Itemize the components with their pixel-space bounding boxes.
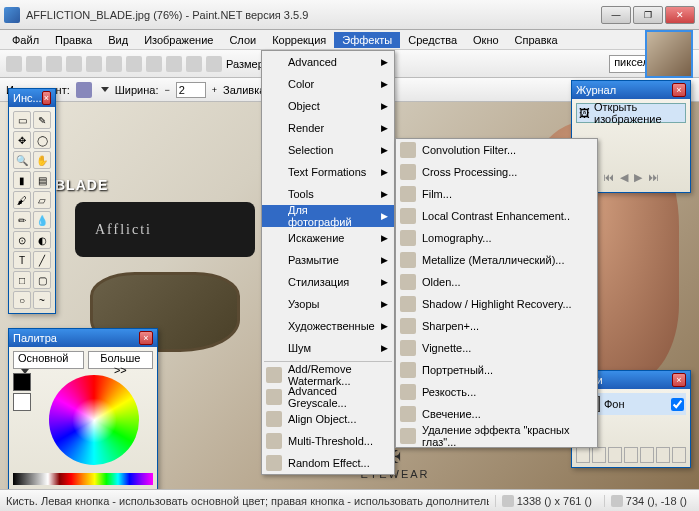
tool-move[interactable]: ✥ bbox=[13, 131, 31, 149]
effects-color[interactable]: Color▶ bbox=[262, 73, 394, 95]
history-close-icon[interactable]: × bbox=[672, 83, 686, 97]
photo-sharpen-plus[interactable]: Sharpen+... bbox=[396, 315, 597, 337]
color-mode-select[interactable]: Основной bbox=[13, 351, 84, 369]
layer-props-icon[interactable] bbox=[672, 447, 686, 463]
more-colors-button[interactable]: Больше >> bbox=[88, 351, 153, 369]
tool-roundrect[interactable]: ▢ bbox=[33, 271, 51, 289]
effects-align[interactable]: Align Object... bbox=[262, 408, 394, 430]
history-prev-icon[interactable]: ◀ bbox=[620, 171, 628, 184]
layer-down-icon[interactable] bbox=[656, 447, 670, 463]
history-first-icon[interactable]: ⏮ bbox=[603, 171, 614, 184]
layer-duplicate-icon[interactable] bbox=[608, 447, 622, 463]
effects-render[interactable]: Render▶ bbox=[262, 117, 394, 139]
effects-artistic[interactable]: Художественные▶ bbox=[262, 315, 394, 337]
menu-tools[interactable]: Средства bbox=[400, 32, 465, 48]
tool-pan[interactable]: ✋ bbox=[33, 151, 51, 169]
tool-rect-select[interactable]: ▭ bbox=[13, 111, 31, 129]
menu-effects[interactable]: Эффекты bbox=[334, 32, 400, 48]
copy-icon[interactable] bbox=[106, 56, 122, 72]
tool-ellipse-select[interactable]: ◯ bbox=[33, 131, 51, 149]
photo-vignette[interactable]: Vignette... bbox=[396, 337, 597, 359]
minimize-button[interactable]: — bbox=[601, 6, 631, 24]
effects-stylize[interactable]: Стилизация▶ bbox=[262, 271, 394, 293]
photo-olden[interactable]: Olden... bbox=[396, 271, 597, 293]
secondary-swatch[interactable] bbox=[13, 393, 31, 411]
palette-strip[interactable] bbox=[13, 473, 153, 485]
photo-local-contrast[interactable]: Local Contrast Enhancement.. bbox=[396, 205, 597, 227]
history-last-icon[interactable]: ⏭ bbox=[648, 171, 659, 184]
layer-add-icon[interactable] bbox=[576, 447, 590, 463]
tool-lasso[interactable]: ✎ bbox=[33, 111, 51, 129]
layer-visible-checkbox[interactable] bbox=[671, 398, 684, 411]
brush-icon[interactable] bbox=[76, 82, 92, 98]
menu-window[interactable]: Окно bbox=[465, 32, 507, 48]
primary-swatch[interactable] bbox=[13, 373, 31, 391]
history-next-icon[interactable]: ▶ bbox=[634, 171, 642, 184]
tool-fill[interactable]: ▮ bbox=[13, 171, 31, 189]
tool-freeform[interactable]: ~ bbox=[33, 291, 51, 309]
menu-view[interactable]: Вид bbox=[100, 32, 136, 48]
photo-cross-processing[interactable]: Cross Processing... bbox=[396, 161, 597, 183]
effects-selection[interactable]: Selection▶ bbox=[262, 139, 394, 161]
tool-gradient[interactable]: ▤ bbox=[33, 171, 51, 189]
cut-icon[interactable] bbox=[86, 56, 102, 72]
menu-file[interactable]: Файл bbox=[4, 32, 47, 48]
menu-image[interactable]: Изображение bbox=[136, 32, 221, 48]
open-icon[interactable] bbox=[26, 56, 42, 72]
tool-picker[interactable]: 💧 bbox=[33, 211, 51, 229]
photo-sharpen[interactable]: Резкость... bbox=[396, 381, 597, 403]
menu-help[interactable]: Справка bbox=[507, 32, 566, 48]
tools-close-icon[interactable]: × bbox=[42, 91, 51, 105]
print-icon[interactable] bbox=[66, 56, 82, 72]
photo-glow[interactable]: Свечение... bbox=[396, 403, 597, 425]
effects-tools[interactable]: Tools▶ bbox=[262, 183, 394, 205]
effects-object[interactable]: Object▶ bbox=[262, 95, 394, 117]
paste-icon[interactable] bbox=[126, 56, 142, 72]
photo-film[interactable]: Film... bbox=[396, 183, 597, 205]
document-thumbnail[interactable] bbox=[645, 30, 693, 78]
effects-random[interactable]: Random Effect... bbox=[262, 452, 394, 474]
photo-lomography[interactable]: Lomography... bbox=[396, 227, 597, 249]
menu-edit[interactable]: Правка bbox=[47, 32, 100, 48]
layer-delete-icon[interactable] bbox=[592, 447, 606, 463]
tool-ellipse[interactable]: ○ bbox=[13, 291, 31, 309]
effects-watermark[interactable]: Add/Remove Watermark... bbox=[262, 364, 394, 386]
effects-photo[interactable]: Для фотографий▶ bbox=[262, 205, 394, 227]
tool-line[interactable]: ╱ bbox=[33, 251, 51, 269]
tool-clone[interactable]: ⊙ bbox=[13, 231, 31, 249]
layers-close-icon[interactable]: × bbox=[672, 373, 686, 387]
photo-convolution[interactable]: Convolution Filter... bbox=[396, 139, 597, 161]
photo-redeye[interactable]: Удаление эффекта "красных глаз"... bbox=[396, 425, 597, 447]
color-wheel[interactable] bbox=[49, 375, 139, 465]
undo-icon[interactable] bbox=[186, 56, 202, 72]
tool-recolor[interactable]: ◐ bbox=[33, 231, 51, 249]
palette-close-icon[interactable]: × bbox=[139, 331, 153, 345]
layer-merge-icon[interactable] bbox=[624, 447, 638, 463]
photo-shadow-highlight[interactable]: Shadow / Highlight Recovery... bbox=[396, 293, 597, 315]
photo-portrait[interactable]: Портретный... bbox=[396, 359, 597, 381]
photo-metallize[interactable]: Metallize (Металлический)... bbox=[396, 249, 597, 271]
tool-pencil[interactable]: ✏ bbox=[13, 211, 31, 229]
effects-greyscale[interactable]: Advanced Greyscale... bbox=[262, 386, 394, 408]
layer-up-icon[interactable] bbox=[640, 447, 654, 463]
tool-brush[interactable]: 🖌 bbox=[13, 191, 31, 209]
effects-noise[interactable]: Шум▶ bbox=[262, 337, 394, 359]
tool-text[interactable]: T bbox=[13, 251, 31, 269]
effects-multithreshold[interactable]: Multi-Threshold... bbox=[262, 430, 394, 452]
effects-blur[interactable]: Размытие▶ bbox=[262, 249, 394, 271]
menu-layers[interactable]: Слои bbox=[221, 32, 264, 48]
tool-eraser[interactable]: ▱ bbox=[33, 191, 51, 209]
deselect-icon[interactable] bbox=[166, 56, 182, 72]
tool-zoom[interactable]: 🔍 bbox=[13, 151, 31, 169]
tool-rect[interactable]: □ bbox=[13, 271, 31, 289]
menu-adjust[interactable]: Коррекция bbox=[264, 32, 334, 48]
effects-text-formations[interactable]: Text Formations▶ bbox=[262, 161, 394, 183]
redo-icon[interactable] bbox=[206, 56, 222, 72]
history-item-open[interactable]: 🖼 Открыть изображение bbox=[576, 103, 686, 123]
effects-patterns[interactable]: Узоры▶ bbox=[262, 293, 394, 315]
maximize-button[interactable]: ❐ bbox=[633, 6, 663, 24]
effects-distort[interactable]: Искажение▶ bbox=[262, 227, 394, 249]
save-icon[interactable] bbox=[46, 56, 62, 72]
width-input[interactable] bbox=[176, 82, 206, 98]
crop-icon[interactable] bbox=[146, 56, 162, 72]
